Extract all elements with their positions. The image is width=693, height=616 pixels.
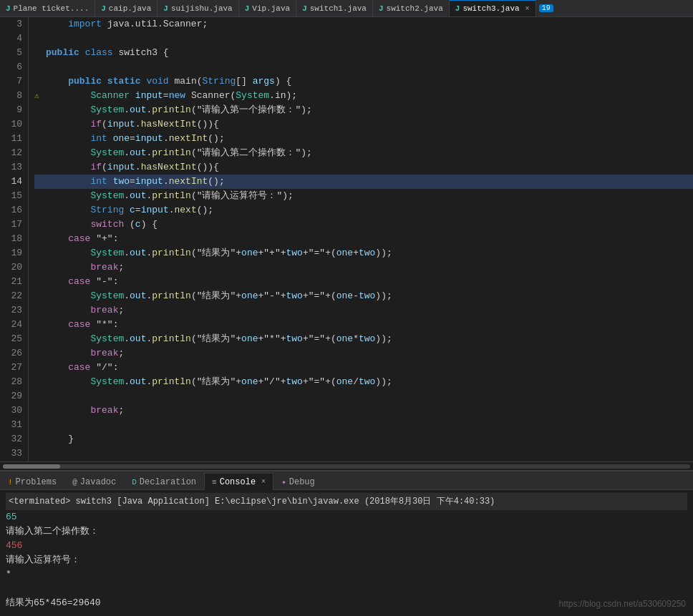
code-text: case "-":	[46, 275, 118, 289]
line-number: 29	[3, 389, 22, 404]
code-line	[34, 389, 693, 404]
tab-count-badge: 19	[539, 4, 553, 12]
code-line: int two=input.nextInt();	[34, 175, 693, 189]
code-text: if(input.hasNextInt()){	[46, 160, 219, 175]
code-line: System.out.println("请输入第一个操作数：");	[34, 103, 693, 117]
code-line: break;	[34, 303, 693, 318]
code-line: System.out.println("结果为"+one+"*"+two+"="…	[34, 332, 693, 346]
code-text	[46, 446, 52, 461]
panel-tab-problems[interactable]: !Problems	[0, 473, 64, 490]
code-text: int two=input.nextInt();	[46, 175, 225, 189]
code-text: Scanner input=new Scanner(System.in);	[46, 89, 297, 103]
line-number: 21	[3, 275, 22, 289]
code-text: break;	[46, 260, 124, 275]
line-number: 17	[3, 217, 22, 232]
panel-tab-console[interactable]: ≡Console×	[204, 473, 273, 490]
code-text: case "/":	[46, 361, 118, 375]
tab-switch3[interactable]: Jswitch3.java×	[450, 0, 536, 17]
tab-switch2[interactable]: Jswitch2.java	[373, 0, 450, 17]
line-number: 31	[3, 418, 22, 432]
scroll-track[interactable]	[3, 464, 690, 469]
console-line: 456	[6, 539, 687, 553]
tab-planeticket[interactable]: JPlane ticket....	[0, 0, 95, 17]
code-line: case "/":	[34, 361, 693, 375]
line-number: 9	[3, 103, 22, 117]
tab-caip[interactable]: Jcaip.java	[95, 0, 158, 17]
panel-tab-label: Declaration	[140, 477, 196, 487]
line-number: 25	[3, 332, 22, 346]
code-text: System.out.println("结果为"+one+"+"+two+"="…	[46, 246, 392, 260]
code-text: switch (c) {	[46, 217, 158, 232]
code-line: break;	[34, 260, 693, 275]
code-line: ⚠ Scanner input=new Scanner(System.in);	[34, 89, 693, 103]
horizontal-scrollbar[interactable]	[0, 461, 693, 470]
console-line: 请输入第二个操作数：	[6, 524, 687, 539]
code-content[interactable]: import java.util.Scanner; public class s…	[29, 17, 693, 461]
code-line: break;	[34, 346, 693, 361]
tab-suijishu[interactable]: Jsuijishu.java	[158, 0, 238, 17]
code-text: public class switch3 {	[46, 46, 169, 60]
code-line: if(input.hasNextInt()){	[34, 160, 693, 175]
console-output[interactable]: <terminated> switch3 [Java Application] …	[0, 490, 693, 613]
main-container: JPlane ticket....Jcaip.javaJsuijishu.jav…	[0, 0, 693, 616]
line-number: 30	[3, 404, 22, 418]
bottom-panel: !Problems@JavadocDDeclaration≡Console×✦D…	[0, 470, 693, 613]
code-line: public static void main(String[] args) {	[34, 74, 693, 89]
panel-tab-declaration[interactable]: DDeclaration	[124, 473, 204, 490]
scroll-thumb[interactable]	[3, 464, 60, 469]
code-line: int one=input.nextInt();	[34, 132, 693, 146]
line-number: 22	[3, 289, 22, 303]
line-number: 14	[3, 175, 22, 189]
tab-switch1[interactable]: Jswitch1.java	[296, 0, 373, 17]
code-text: case "+":	[46, 232, 118, 246]
line-number: 24	[3, 318, 22, 332]
tab-bar: JPlane ticket....Jcaip.javaJsuijishu.jav…	[0, 0, 693, 17]
panel-tab-label: Console	[220, 477, 256, 487]
debug-panel-icon: ✦	[281, 477, 286, 487]
code-text: break;	[46, 303, 124, 318]
panel-tab-javadoc[interactable]: @Javadoc	[64, 473, 124, 490]
code-line: import java.util.Scanner;	[34, 17, 693, 31]
panel-tab-label: Debug	[289, 477, 315, 487]
line-number: 18	[3, 232, 22, 246]
code-line	[34, 31, 693, 46]
code-line: break;	[34, 404, 693, 418]
console-panel-icon: ≡	[212, 478, 217, 487]
code-text	[46, 389, 52, 404]
line-number: 10	[3, 117, 22, 132]
line-number: 15	[3, 189, 22, 203]
declaration-panel-icon: D	[132, 478, 137, 487]
code-line: System.out.println("结果为"+one+"/"+two+"="…	[34, 375, 693, 389]
code-text	[46, 60, 52, 74]
code-text: System.out.println("请输入第一个操作数：");	[46, 103, 312, 117]
line-number: 16	[3, 203, 22, 217]
code-area: 3456789101112131415161718192021222324252…	[0, 17, 693, 461]
tab-close-icon[interactable]: ×	[525, 5, 530, 13]
code-text: System.out.println("结果为"+one+"-"+two+"="…	[46, 289, 392, 303]
line-number: 12	[3, 146, 22, 160]
line-number: 27	[3, 361, 22, 375]
code-text: System.out.println("请输入第二个操作数：");	[46, 146, 312, 160]
panel-tab-label: Javadoc	[80, 477, 116, 487]
code-text: }	[46, 432, 74, 446]
line-number: 20	[3, 260, 22, 275]
panel-tab-debug[interactable]: ✦Debug	[273, 473, 323, 490]
line-number: 11	[3, 132, 22, 146]
code-text: System.out.println("请输入运算符号：");	[46, 189, 294, 203]
panel-tab-label: Problems	[16, 477, 57, 487]
line-number: 23	[3, 303, 22, 318]
console-line: 请输入运算符号：	[6, 553, 687, 567]
code-text: String c=input.next();	[46, 203, 213, 217]
panel-tab-close-icon[interactable]: ×	[261, 478, 266, 486]
watermark: https://blog.csdn.net/a530609250	[559, 599, 686, 609]
code-line: case "-":	[34, 275, 693, 289]
code-line	[34, 446, 693, 461]
line-number: 5	[3, 46, 22, 60]
javadoc-panel-icon: @	[72, 478, 77, 487]
editor: 3456789101112131415161718192021222324252…	[0, 17, 693, 470]
tab-vip[interactable]: JVip.java	[239, 0, 296, 17]
problems-panel-icon: !	[8, 478, 13, 487]
code-text: public static void main(String[] args) {	[46, 74, 291, 89]
line-number: 6	[3, 60, 22, 74]
code-text: break;	[46, 346, 124, 361]
